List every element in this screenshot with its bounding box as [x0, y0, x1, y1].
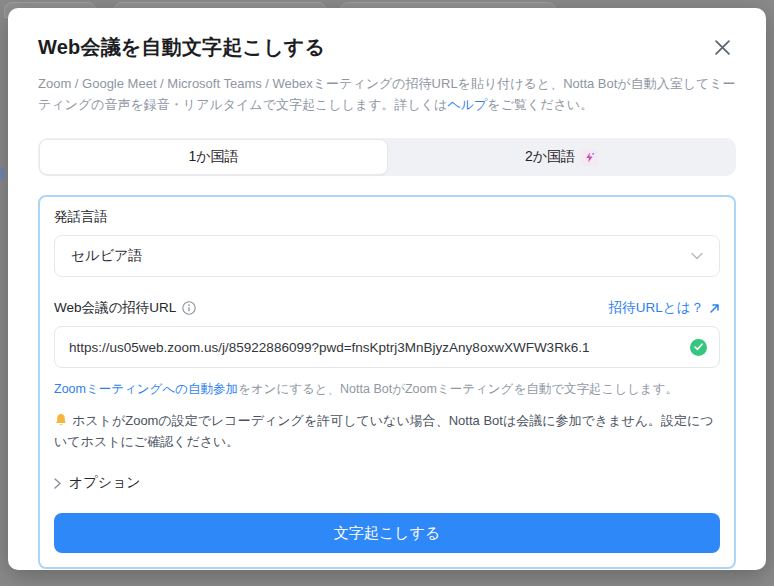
- invite-url-label-row: Web会議の招待URL 招待URLとは？: [54, 299, 720, 317]
- invite-url-label-text: Web会議の招待URL: [54, 299, 176, 317]
- transcribe-meeting-modal: Web会議を自動文字起こしする Zoom / Google Meet / Mic…: [8, 8, 766, 570]
- description-text: Zoom / Google Meet / Microsoft Teams / W…: [38, 76, 736, 112]
- tab-one-language[interactable]: 1か国語: [39, 139, 388, 175]
- spoken-language-label: 発話言語: [54, 208, 720, 226]
- tab-one-language-label: 1か国語: [188, 148, 238, 166]
- options-label: オプション: [69, 474, 141, 492]
- description-text-after: をご覧ください。: [487, 97, 593, 112]
- close-icon[interactable]: [712, 37, 732, 57]
- background-artifact: [0, 168, 5, 180]
- tab-two-languages[interactable]: 2か国語: [388, 139, 735, 175]
- tab-two-languages-label: 2か国語: [525, 148, 575, 166]
- recording-permission-warning-text: ホストがZoomの設定でレコーディングを許可していない場合、Notta Botは…: [54, 413, 714, 450]
- transcribe-button[interactable]: 文字起こしする: [54, 513, 720, 553]
- modal-title: Web会議を自動文字起こしする: [38, 34, 325, 61]
- recording-permission-warning: ホストがZoomの設定でレコーディングを許可していない場合、Notta Botは…: [54, 410, 720, 453]
- options-expander[interactable]: オプション: [54, 474, 720, 492]
- auto-join-note-text: をオンにすると、Notta BotがZoomミーティングを自動で文字起こしします…: [238, 382, 678, 396]
- invite-url-field-wrap: [54, 326, 720, 368]
- invite-url-input[interactable]: [69, 340, 690, 355]
- modal-description: Zoom / Google Meet / Microsoft Teams / W…: [38, 73, 736, 115]
- bell-icon: [54, 413, 68, 427]
- language-count-tabs: 1か国語 2か国語: [38, 138, 736, 176]
- spoken-language-select[interactable]: セルビア語: [54, 235, 720, 277]
- auto-join-note: Zoomミーティングへの自動参加をオンにすると、Notta BotがZoomミー…: [54, 380, 720, 399]
- what-is-invite-url-text: 招待URLとは？: [609, 299, 704, 317]
- meeting-form: 発話言語 セルビア語 Web会議の招待URL 招待URLとは？: [38, 195, 736, 569]
- ai-sparkle-icon: [581, 149, 598, 166]
- spoken-language-value: セルビア語: [71, 247, 142, 265]
- auto-join-link[interactable]: Zoomミーティングへの自動参加: [54, 382, 238, 396]
- chevron-down-icon: [691, 252, 703, 260]
- info-icon[interactable]: [182, 301, 196, 315]
- what-is-invite-url-link[interactable]: 招待URLとは？: [609, 299, 720, 317]
- external-arrow-icon: [709, 303, 720, 314]
- help-link[interactable]: ヘルプ: [447, 97, 487, 112]
- invite-url-label: Web会議の招待URL: [54, 299, 196, 317]
- modal-header: Web会議を自動文字起こしする: [38, 34, 736, 61]
- spoken-language-label-text: 発話言語: [54, 208, 108, 226]
- url-valid-check-icon: [690, 339, 707, 356]
- chevron-right-icon: [54, 478, 61, 489]
